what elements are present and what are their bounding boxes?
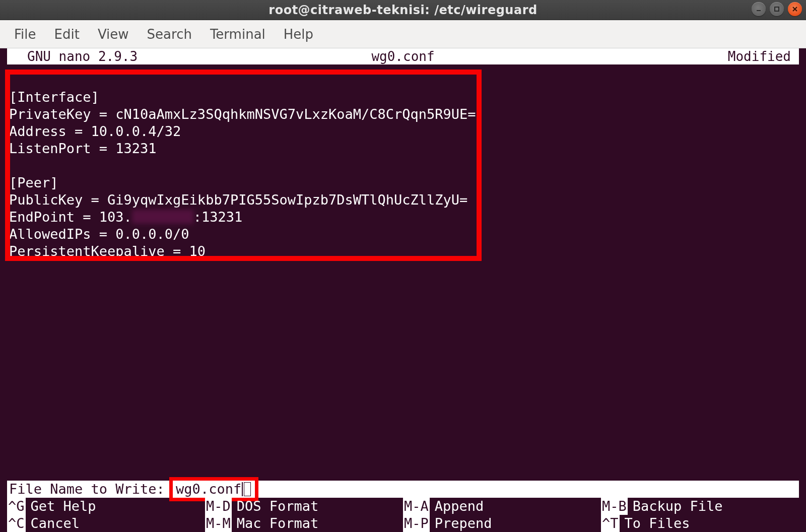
shortcut-label: Mac Format [232,515,319,532]
cfg-line-peer: [Peer] [9,175,58,190]
shortcut-key[interactable]: M-D [205,498,232,515]
terminal[interactable]: GNU nano 2.9.3 wg0.conf Modified [Interf… [0,48,806,532]
menu-search[interactable]: Search [147,27,192,42]
shortcut-key[interactable]: M-P [403,515,430,532]
menu-edit[interactable]: Edit [54,27,80,42]
menu-help[interactable]: Help [284,27,313,42]
nano-shortcuts: ^GGet Help M-DDOS Format M-AAppend M-BBa… [7,498,799,532]
shortcut-row-1: ^GGet Help M-DDOS Format M-AAppend M-BBa… [7,498,799,515]
shortcut-label: DOS Format [232,498,319,515]
svg-rect-0 [757,10,761,11]
cfg-line-interface: [Interface] [9,89,99,105]
cfg-line-address: Address = 10.0.0.4/32 [9,123,181,139]
cfg-line-privatekey: PrivateKey = cN10aAmxLz3SQqhkmNSVG7vLxzK… [9,106,476,122]
svg-rect-1 [775,7,779,11]
shortcut-key[interactable]: ^C [7,515,26,532]
shortcut-label: To Files [620,515,690,532]
shortcut-key[interactable]: ^G [7,498,26,515]
menu-terminal[interactable]: Terminal [210,27,265,42]
cfg-line-endpoint-post: :13231 [193,209,243,225]
shortcut-key[interactable]: ^T [601,515,620,532]
shortcut-key[interactable]: M-M [205,515,232,532]
maximize-button[interactable] [770,2,784,16]
redacted-ip [132,210,193,224]
nano-prompt: File Name to Write: wg0.conf [7,481,799,498]
window-controls [752,2,802,16]
menubar: File Edit View Search Terminal Help [0,20,806,48]
close-button[interactable] [788,2,802,16]
shortcut-label: Backup File [628,498,723,515]
shortcut-key[interactable]: M-A [403,498,430,515]
cfg-line-keepalive: PersistentKeepalive = 10 [9,243,206,259]
window-titlebar: root@citraweb-teknisi: /etc/wireguard [0,0,806,20]
cfg-line-listenport: ListenPort = 13231 [9,141,157,156]
shortcut-label: Prepend [430,515,492,532]
shortcut-label: Get Help [26,498,96,515]
menu-file[interactable]: File [14,27,36,42]
text-cursor-icon [242,482,243,496]
cfg-line-endpoint-pre: EndPoint = 103. [9,209,132,225]
nano-prompt-label: File Name to Write: [9,481,173,498]
menu-view[interactable]: View [98,27,129,42]
shortcut-label: Cancel [26,515,80,532]
cfg-line-allowedips: AllowedIPs = 0.0.0.0/0 [9,226,189,242]
nano-header: GNU nano 2.9.3 wg0.conf Modified [7,48,799,64]
shortcut-row-2: ^CCancel M-MMac Format M-PPrepend ^TTo F… [7,515,799,532]
shortcut-key[interactable]: M-B [601,498,628,515]
window-title: root@citraweb-teknisi: /etc/wireguard [0,3,806,17]
nano-filename: wg0.conf [7,48,799,65]
nano-prompt-input[interactable]: wg0.conf [176,481,241,498]
cfg-line-publickey: PublicKey = Gi9yqwIxgEikbb7PIG55SowIpzb7… [9,192,467,208]
cursor-cell [244,482,251,496]
editor-content[interactable]: [Interface] PrivateKey = cN10aAmxLz3SQqh… [7,72,799,477]
shortcut-label: Append [430,498,484,515]
minimize-button[interactable] [752,2,766,16]
